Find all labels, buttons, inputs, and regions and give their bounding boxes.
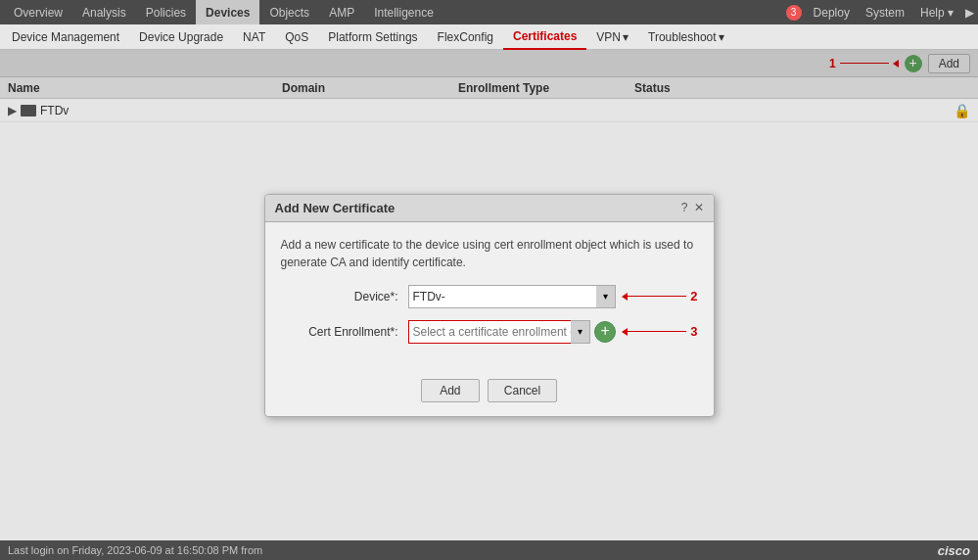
annotation-2-line bbox=[628, 296, 686, 297]
nav-analysis[interactable]: Analysis bbox=[72, 0, 136, 24]
deploy-button[interactable]: Deploy bbox=[810, 6, 854, 20]
cert-input-wrapper: ▾ bbox=[408, 320, 591, 344]
subnav-platform-settings[interactable]: Platform Settings bbox=[318, 24, 427, 50]
annotation-2-wrap: 2 bbox=[622, 289, 697, 303]
vpn-dropdown-icon: ▾ bbox=[623, 30, 629, 44]
page-layout: Overview Analysis Policies Devices Objec… bbox=[0, 0, 978, 560]
cert-enrollment-label: Cert Enrollment*: bbox=[281, 325, 408, 339]
modal-cancel-button[interactable]: Cancel bbox=[488, 379, 557, 402]
modal-overlay: Add New Certificate ? ✕ Add a new certif… bbox=[0, 50, 978, 560]
subnav-device-upgrade[interactable]: Device Upgrade bbox=[129, 24, 233, 50]
nav-intelligence[interactable]: Intelligence bbox=[364, 0, 443, 24]
annotation-3-number: 3 bbox=[690, 324, 697, 339]
modal-close-icon[interactable]: ✕ bbox=[694, 201, 704, 214]
top-nav-right: 3 Deploy System Help ▾ ▶ bbox=[786, 5, 974, 21]
annotation-3-wrap: 3 bbox=[622, 324, 697, 339]
device-select-wrapper: FTDv- ▾ bbox=[408, 285, 617, 308]
device-label: Device*: bbox=[281, 290, 408, 303]
subnav-certificates[interactable]: Certificates bbox=[503, 24, 586, 50]
troubleshoot-dropdown-icon: ▾ bbox=[719, 30, 724, 44]
annotation-3-line bbox=[628, 331, 686, 332]
add-certificate-modal: Add New Certificate ? ✕ Add a new certif… bbox=[264, 194, 715, 417]
nav-devices[interactable]: Devices bbox=[196, 0, 259, 24]
modal-header-icons: ? ✕ bbox=[681, 201, 704, 214]
cert-enrollment-control: ▾ bbox=[408, 320, 617, 344]
subnav-qos[interactable]: QoS bbox=[275, 24, 318, 50]
help-button[interactable]: Help ▾ bbox=[916, 6, 957, 20]
subnav-vpn[interactable]: VPN ▾ bbox=[586, 24, 638, 50]
modal-help-icon[interactable]: ? bbox=[681, 201, 688, 214]
cert-add-icon-button[interactable] bbox=[594, 321, 616, 343]
modal-description: Add a new certificate to the device usin… bbox=[281, 236, 698, 271]
modal-footer: Add Cancel bbox=[265, 369, 714, 416]
device-control: FTDv- ▾ bbox=[408, 285, 617, 308]
subnav-device-management[interactable]: Device Management bbox=[2, 24, 129, 50]
modal-add-button[interactable]: Add bbox=[421, 379, 480, 402]
device-dropdown-arrow[interactable]: ▾ bbox=[596, 285, 616, 308]
annotation-2-number: 2 bbox=[690, 289, 697, 303]
notification-badge[interactable]: 3 bbox=[786, 5, 802, 21]
subnav-nat[interactable]: NAT bbox=[233, 24, 275, 50]
sub-nav: Device Management Device Upgrade NAT QoS… bbox=[0, 24, 978, 50]
modal-header: Add New Certificate ? ✕ bbox=[265, 195, 714, 222]
content-area: 1 Add Name Domain Enrollment Type Status… bbox=[0, 50, 978, 560]
subnav-troubleshoot[interactable]: Troubleshoot ▾ bbox=[638, 24, 734, 50]
subnav-troubleshoot-label: Troubleshoot bbox=[648, 30, 717, 44]
cert-enrollment-input[interactable] bbox=[408, 320, 591, 344]
nav-amp[interactable]: AMP bbox=[319, 0, 364, 24]
device-select[interactable]: FTDv- bbox=[408, 285, 617, 308]
cert-enrollment-form-row: Cert Enrollment*: ▾ 3 bbox=[281, 320, 698, 344]
system-button[interactable]: System bbox=[862, 6, 908, 20]
modal-body: Add a new certificate to the device usin… bbox=[265, 222, 714, 369]
device-form-row: Device*: FTDv- ▾ 2 bbox=[281, 285, 698, 308]
subnav-flexconfig[interactable]: FlexConfig bbox=[428, 24, 503, 50]
expand-icon[interactable]: ▶ bbox=[965, 6, 974, 20]
nav-policies[interactable]: Policies bbox=[136, 0, 196, 24]
nav-overview[interactable]: Overview bbox=[4, 0, 72, 24]
nav-objects[interactable]: Objects bbox=[259, 0, 319, 24]
subnav-vpn-label: VPN bbox=[596, 30, 621, 44]
cert-dropdown-arrow[interactable]: ▾ bbox=[571, 320, 590, 344]
modal-title: Add New Certificate bbox=[275, 201, 396, 215]
top-nav: Overview Analysis Policies Devices Objec… bbox=[0, 0, 978, 24]
